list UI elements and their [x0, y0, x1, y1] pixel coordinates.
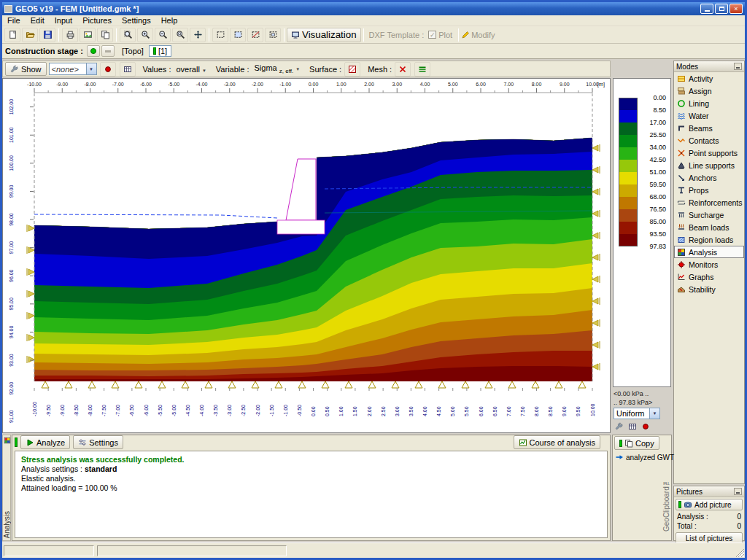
svg-text:4.00: 4.00 [422, 406, 427, 416]
variable-dropdown[interactable]: Sigma z, eff.▼ [251, 62, 303, 76]
mode-item-assign[interactable]: Assign [674, 85, 744, 97]
wrench-icon[interactable] [615, 422, 624, 431]
plot-checkbox[interactable]: ✓ [428, 31, 436, 39]
add-stage-button[interactable] [87, 45, 100, 57]
open-file-button[interactable] [22, 28, 38, 42]
add-picture-button[interactable]: Add picture [676, 499, 743, 510]
beams-icon [677, 124, 686, 133]
table-icon[interactable] [628, 422, 637, 431]
svg-text:9.50: 9.50 [576, 406, 581, 416]
menu-edit[interactable]: Edit [26, 15, 50, 26]
close-button[interactable]: × [729, 4, 743, 14]
mode-item-props[interactable]: Props [674, 184, 744, 196]
menu-input[interactable]: Input [50, 15, 77, 26]
svg-text:99.00: 99.00 [9, 185, 14, 198]
menu-file[interactable]: File [2, 15, 26, 26]
mode-item-graphs[interactable]: Graphs [674, 271, 744, 283]
distribution-combobox[interactable]: Uniform ▼ [614, 408, 660, 419]
new-file-button[interactable] [4, 28, 20, 42]
save-file-button[interactable] [39, 28, 55, 42]
copy-button[interactable] [97, 28, 113, 42]
results-table-button[interactable] [120, 62, 136, 77]
mode-item-contacts[interactable]: Contacts [674, 134, 744, 147]
visualization-button[interactable]: Visualization [287, 28, 361, 42]
print-button[interactable] [62, 28, 78, 42]
analysis-tab-label[interactable]: Analysis [3, 511, 11, 538]
svg-text:-5.00: -5.00 [168, 82, 179, 87]
frame-indicator [619, 440, 622, 447]
surch-icon [677, 211, 686, 219]
chevron-down-icon[interactable]: ▼ [649, 408, 659, 419]
color-scale-button[interactable] [100, 62, 116, 77]
svg-text:2.50: 2.50 [381, 406, 386, 416]
minimize-button[interactable] [700, 4, 713, 14]
legend-panel: 0.008.5017.0025.5034.0042.5051.0059.5068… [612, 78, 672, 433]
zoom-all-button[interactable] [120, 28, 136, 42]
construction-stage-bar: Construction stage : [Topo] [1] [2, 44, 745, 59]
copy-button[interactable]: Copy [614, 436, 659, 450]
mode-item-label: Activity [689, 74, 713, 83]
copy-picture-button[interactable] [80, 28, 96, 42]
mode-item-point-supports[interactable]: Point supports [674, 147, 744, 159]
select-add-button[interactable] [230, 28, 246, 42]
mode-item-surcharge[interactable]: Surcharge [674, 209, 744, 221]
menu-settings[interactable]: Settings [117, 15, 156, 26]
regload-icon [677, 236, 686, 244]
maximize-button[interactable] [715, 4, 728, 14]
mode-item-stability[interactable]: Stability [674, 283, 744, 295]
svg-text:102.00: 102.00 [9, 99, 14, 115]
svg-text:7.00: 7.00 [503, 82, 514, 87]
resize-grip[interactable] [735, 548, 744, 557]
legend-value: 0.00 [635, 94, 666, 101]
mesh-lines-button[interactable] [414, 62, 430, 77]
mode-item-anchors[interactable]: Anchors [674, 171, 744, 184]
show-button[interactable]: Show [5, 62, 47, 76]
active-stage-chip [153, 47, 156, 55]
stage-1-tab[interactable]: [1] [149, 45, 171, 57]
pan-button[interactable] [190, 28, 206, 42]
mode-item-lining[interactable]: Lining [674, 97, 744, 109]
toolbar-separator [116, 28, 117, 42]
minus-icon [105, 50, 111, 52]
course-icon [519, 438, 527, 447]
minimize-panel-button[interactable] [734, 63, 742, 70]
menu-pictures[interactable]: Pictures [77, 15, 117, 26]
mode-item-line-supports[interactable]: Line supports [674, 159, 744, 171]
select-invert-button[interactable] [265, 28, 281, 42]
svg-text:3.00: 3.00 [395, 406, 400, 416]
settings-button[interactable]: Settings [73, 435, 123, 449]
mode-item-beam-loads[interactable]: Beam loads [674, 221, 744, 233]
mode-item-analysis[interactable]: Analysis [674, 246, 744, 258]
mode-item-beams[interactable]: Beams [674, 122, 744, 134]
course-of-analysis-button[interactable]: Course of analysis [514, 435, 601, 449]
select-rect-button[interactable] [212, 28, 228, 42]
analysis-icon [677, 248, 686, 257]
stress-contour-plot[interactable]: -10.00-9.00-8.00-7.00-6.00-5.00-4.00-3.0… [3, 79, 610, 432]
drawing-canvas[interactable]: -10.00-9.00-8.00-7.00-6.00-5.00-4.00-3.0… [2, 78, 611, 433]
mode-item-activity[interactable]: Activity [674, 72, 744, 85]
svg-text:7.00: 7.00 [506, 406, 511, 416]
red-dot-icon[interactable] [641, 422, 650, 431]
mode-item-reinforcements[interactable]: Reinforcements [674, 196, 744, 209]
surface-style-button[interactable] [344, 62, 360, 77]
mode-item-monitors[interactable]: Monitors [674, 258, 744, 271]
zoom-window-button[interactable] [172, 28, 188, 42]
monitors-icon [677, 260, 686, 269]
zoom-in-button[interactable] [137, 28, 153, 42]
chevron-down-icon[interactable]: ▼ [86, 63, 96, 74]
minimize-panel-button[interactable] [734, 488, 742, 495]
legend-value: 42.50 [635, 156, 666, 163]
svg-text:100.00: 100.00 [9, 155, 14, 171]
remove-stage-button[interactable] [101, 45, 115, 57]
mode-item-region-loads[interactable]: Region loads [674, 233, 744, 246]
values-dropdown[interactable]: overall▼ [173, 63, 209, 75]
mesh-off-button[interactable] [395, 62, 411, 77]
select-remove-button[interactable] [247, 28, 263, 42]
stage-topo-tab[interactable]: [Topo] [122, 47, 144, 55]
analyze-button[interactable]: Analyze [20, 435, 70, 449]
preset-combobox[interactable]: <none> ▼ [49, 63, 97, 75]
zoom-out-button[interactable] [155, 28, 171, 42]
menu-help[interactable]: Help [156, 15, 183, 26]
svg-text:-5.50: -5.50 [158, 405, 163, 416]
mode-item-water[interactable]: Water [674, 109, 744, 122]
